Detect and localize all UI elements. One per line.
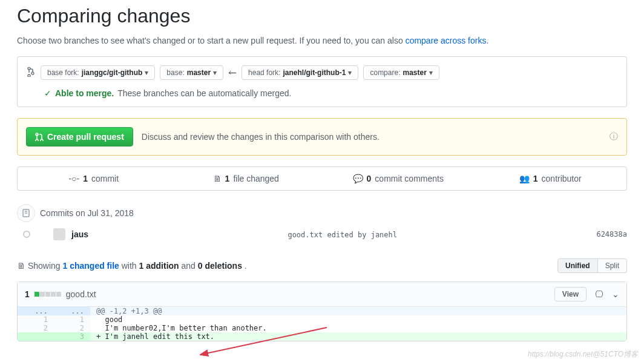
subtitle-text: Choose two branches to see what's change… bbox=[17, 36, 406, 45]
tabnav: -○- 1 commit 🗎 1 file changed 💬 0 commit… bbox=[17, 166, 627, 191]
base-fork-value: jianggc/git-github bbox=[82, 68, 143, 77]
commit-row: jaus good.txt edited by janehl 624838a bbox=[17, 225, 627, 244]
line-code: good bbox=[90, 315, 626, 324]
branch-row: base fork: jianggc/git-github ▾ base: ma… bbox=[26, 65, 618, 80]
compare-value: master bbox=[402, 68, 426, 77]
commit-author[interactable]: jaus bbox=[71, 229, 88, 239]
caret-icon: ▾ bbox=[213, 68, 217, 77]
diff-view-toggle: Unified Split bbox=[557, 258, 627, 273]
compare-forks-link[interactable]: compare across forks bbox=[406, 36, 487, 45]
split-button[interactable]: Split bbox=[598, 258, 627, 273]
tab-contributors[interactable]: 👥 1 contributor bbox=[475, 167, 627, 190]
changes-summary: 🗎 Showing 1 changed file with 1 addition… bbox=[17, 261, 247, 271]
commits-label: commit bbox=[91, 174, 119, 183]
base-label: base: bbox=[166, 68, 184, 77]
contrib-count: 1 bbox=[533, 174, 538, 183]
avatar[interactable] bbox=[53, 228, 65, 240]
line-new: 1 bbox=[54, 315, 90, 324]
line-old bbox=[18, 332, 54, 341]
deletions: 0 deletions bbox=[198, 261, 242, 271]
changed-files-link[interactable]: 1 changed file bbox=[62, 261, 119, 271]
line-new: 3 bbox=[54, 332, 90, 341]
commit-sha[interactable]: 624838a bbox=[596, 230, 627, 239]
commit-badge-icon bbox=[17, 204, 35, 222]
file-diff-count: 1 bbox=[25, 289, 30, 299]
file-diff-icon: 🗎 bbox=[17, 261, 25, 271]
line-code: + I'm janehl edit this txt. bbox=[90, 332, 626, 341]
able-to-merge: Able to merge. bbox=[55, 88, 114, 98]
tab-comments[interactable]: 💬 0 commit comments bbox=[322, 167, 475, 190]
base-value: master bbox=[187, 68, 211, 77]
contrib-label: contributor bbox=[542, 174, 582, 183]
check-icon: ✓ bbox=[44, 88, 51, 98]
base-fork-dropdown[interactable]: base fork: jianggc/git-github ▾ bbox=[41, 65, 155, 80]
merge-status: ✓ Able to merge. These branches can be a… bbox=[26, 88, 618, 98]
hunk-header: @@ -1,2 +1,3 @@ bbox=[90, 307, 626, 315]
compare-icon bbox=[26, 67, 36, 79]
file-box: 1 good.txt View 🖵 ⌄ ...... @@ -1,2 +1,3 … bbox=[17, 281, 627, 341]
code-line: 2 2 I'm number02,I'm better than another… bbox=[18, 324, 626, 332]
create-pr-label: Create pull request bbox=[47, 132, 124, 142]
caret-icon: ▾ bbox=[348, 68, 352, 77]
commit-message[interactable]: good.txt edited by janehl bbox=[288, 231, 397, 239]
commits-date-header: Commits on Jul 31, 2018 bbox=[17, 202, 627, 225]
git-pr-icon bbox=[35, 133, 44, 141]
caret-icon: ▾ bbox=[429, 68, 433, 77]
code-line: 1 1 good bbox=[18, 315, 626, 324]
commit-icon: -○- bbox=[68, 174, 79, 183]
additions: 1 addition bbox=[139, 261, 179, 271]
files-label: file changed bbox=[233, 174, 279, 183]
head-fork-dropdown[interactable]: head fork: janehl/git-github-1 ▾ bbox=[242, 65, 358, 80]
unified-button[interactable]: Unified bbox=[557, 258, 598, 273]
line-old: 2 bbox=[18, 324, 54, 332]
comments-label: commit comments bbox=[375, 174, 444, 183]
line-new: 2 bbox=[54, 324, 90, 332]
period: . bbox=[486, 36, 488, 45]
comment-icon: 💬 bbox=[353, 174, 363, 183]
base-dropdown[interactable]: base: master ▾ bbox=[160, 65, 223, 80]
people-icon: 👥 bbox=[519, 174, 530, 183]
showing: Showing bbox=[28, 261, 63, 271]
arrow-left-icon: 🡐 bbox=[228, 68, 237, 77]
pr-box: Create pull request Discuss and review t… bbox=[17, 118, 627, 156]
compare-dropdown[interactable]: compare: master ▾ bbox=[363, 65, 439, 80]
period2: . bbox=[245, 261, 247, 271]
file-name[interactable]: good.txt bbox=[66, 289, 96, 299]
commits-count: 1 bbox=[83, 174, 88, 183]
diffstat bbox=[34, 292, 61, 297]
page-title: Comparing changes bbox=[17, 5, 627, 27]
line-code: I'm number02,I'm better than another. bbox=[90, 324, 626, 332]
files-count: 1 bbox=[225, 174, 230, 183]
line-old: 1 bbox=[18, 315, 54, 324]
and: and bbox=[182, 261, 198, 271]
compare-box: base fork: jianggc/git-github ▾ base: ma… bbox=[17, 56, 627, 107]
base-fork-label: base fork: bbox=[47, 68, 79, 77]
comments-count: 0 bbox=[367, 174, 372, 183]
head-fork-label: head fork: bbox=[248, 68, 280, 77]
timeline-dot bbox=[23, 231, 30, 238]
chevron-down-icon[interactable]: ⌄ bbox=[612, 289, 619, 299]
page-subtitle: Choose two branches to see what's change… bbox=[17, 36, 627, 45]
file-header: 1 good.txt View 🖵 ⌄ bbox=[18, 282, 626, 307]
with: with bbox=[122, 261, 139, 271]
code-table: ...... @@ -1,2 +1,3 @@ 1 1 good 2 2 I'm … bbox=[18, 307, 626, 341]
tab-files[interactable]: 🗎 1 file changed bbox=[170, 167, 323, 190]
compare-label: compare: bbox=[370, 68, 400, 77]
desktop-icon[interactable]: 🖵 bbox=[595, 289, 603, 299]
commits-date: Commits on Jul 31, 2018 bbox=[40, 208, 134, 218]
code-line-added: 3 + I'm janehl edit this txt. bbox=[18, 332, 626, 341]
create-pr-button[interactable]: Create pull request bbox=[26, 127, 133, 146]
view-button[interactable]: View bbox=[554, 287, 586, 301]
tab-commits[interactable]: -○- 1 commit bbox=[18, 167, 170, 190]
file-icon: 🗎 bbox=[213, 174, 222, 183]
changes-bar: 🗎 Showing 1 changed file with 1 addition… bbox=[17, 258, 627, 273]
hunk-row: ...... @@ -1,2 +1,3 @@ bbox=[18, 307, 626, 315]
help-icon[interactable]: ⓘ bbox=[610, 131, 618, 142]
caret-icon: ▾ bbox=[145, 68, 148, 77]
pr-helper-text: Discuss and review the changes in this c… bbox=[142, 132, 380, 142]
merge-detail: These branches can be automatically merg… bbox=[117, 88, 291, 98]
head-fork-value: janehl/git-github-1 bbox=[283, 68, 346, 77]
